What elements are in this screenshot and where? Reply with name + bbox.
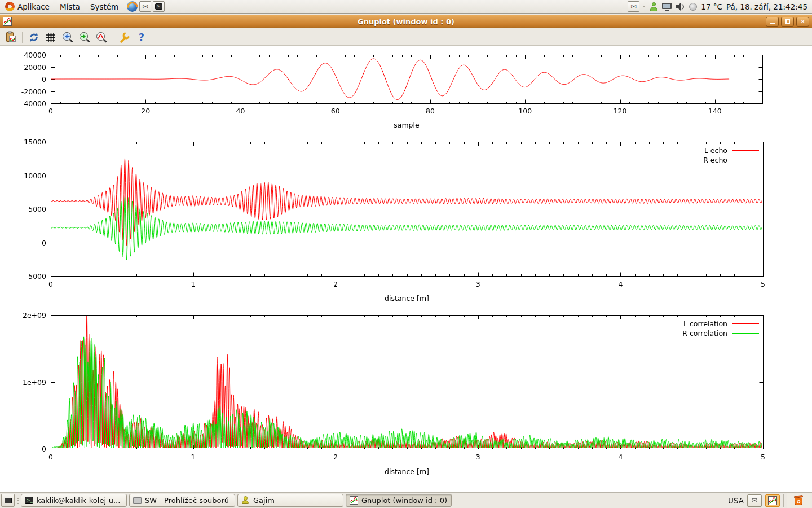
desktop: Aplikace Místa Systém ✉ >_ ✉ 17 °C Pá, 1… xyxy=(0,0,812,508)
show-desktop-button[interactable] xyxy=(1,494,15,507)
gnuplot-icon xyxy=(768,496,777,505)
task-file-manager-label: SW - Prohlížeč souborů xyxy=(145,496,229,505)
mail-icon: ✉ xyxy=(630,3,637,10)
terminal-icon: >_ xyxy=(25,497,33,504)
task-gajim[interactable]: Gajim xyxy=(237,494,343,507)
keyboard-layout-indicator[interactable]: USA xyxy=(728,496,744,505)
taskbar: >_ kaklik@kaklik-kolej-u... SW - Prohlíž… xyxy=(0,492,812,508)
user-switcher-icon[interactable] xyxy=(649,2,658,11)
terminal-launcher[interactable]: >_ xyxy=(153,1,165,12)
menu-places-label: Místa xyxy=(60,2,80,11)
tray-mail-button[interactable]: ✉ xyxy=(628,1,639,12)
task-gnuplot-label: Gnuplot (window id : 0) xyxy=(361,496,447,505)
weather-icon[interactable] xyxy=(689,3,697,11)
task-gnuplot[interactable]: Gnuplot (window id : 0) xyxy=(346,494,452,507)
task-terminal[interactable]: >_ kaklik@kaklik-kolej-u... xyxy=(21,494,127,507)
taskbar-right: USA ✉ ♻ xyxy=(728,493,811,508)
mail-launcher[interactable]: ✉ xyxy=(139,1,151,12)
mail-icon: ✉ xyxy=(142,3,148,10)
desktop-icon xyxy=(5,498,12,503)
display-icon[interactable] xyxy=(662,2,672,11)
tray-handle[interactable] xyxy=(643,3,645,11)
top-panel: Aplikace Místa Systém ✉ >_ ✉ 17 °C Pá, 1… xyxy=(0,0,812,14)
menu-applications[interactable]: Aplikace xyxy=(0,0,55,13)
menu-applications-label: Aplikace xyxy=(17,2,50,11)
terminal-icon: >_ xyxy=(155,3,162,10)
gnuplot-icon xyxy=(350,496,358,505)
firefox-icon[interactable] xyxy=(127,1,138,12)
taskbar-separator xyxy=(783,494,784,507)
ubuntu-logo-icon xyxy=(5,2,15,11)
gajim-icon xyxy=(241,496,250,505)
menu-system-label: Systém xyxy=(90,2,118,11)
trash-applet[interactable]: ♻ xyxy=(787,493,810,508)
mail-icon: ✉ xyxy=(752,497,758,504)
temperature-indicator[interactable]: 17 °C xyxy=(701,2,722,11)
taskbar-gnuplot-tray-button[interactable] xyxy=(765,494,780,507)
plot-canvas[interactable] xyxy=(0,0,812,492)
trash-icon: ♻ xyxy=(793,496,804,505)
panel-launchers: ✉ >_ xyxy=(127,1,165,12)
taskbar-handle[interactable] xyxy=(17,497,19,505)
task-terminal-label: kaklik@kaklik-kolej-u... xyxy=(37,496,120,505)
file-manager-icon xyxy=(133,497,142,504)
volume-icon[interactable] xyxy=(676,2,685,11)
task-file-manager[interactable]: SW - Prohlížeč souborů xyxy=(129,494,235,507)
clock[interactable]: Pá, 18. září, 21:42:45 xyxy=(726,2,807,11)
taskbar-mail-button[interactable]: ✉ xyxy=(747,494,762,507)
system-tray: ✉ 17 °C Pá, 18. září, 21:42:45 xyxy=(628,1,812,12)
menu-places[interactable]: Místa xyxy=(55,0,85,13)
task-gajim-label: Gajim xyxy=(253,496,275,505)
menu-system[interactable]: Systém xyxy=(85,0,123,13)
